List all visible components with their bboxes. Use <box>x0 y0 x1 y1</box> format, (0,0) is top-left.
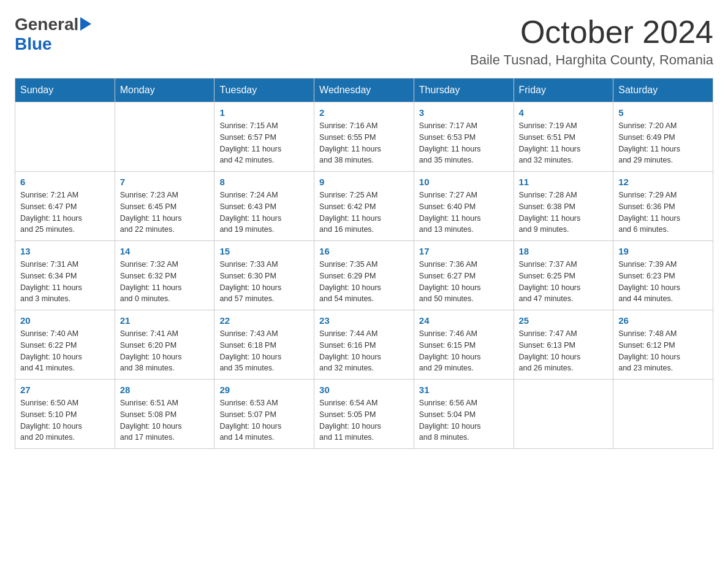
calendar-cell: 12Sunrise: 7:29 AM Sunset: 6:36 PM Dayli… <box>613 172 713 241</box>
calendar-cell <box>115 102 214 172</box>
day-info: Sunrise: 7:36 AM Sunset: 6:27 PM Dayligh… <box>419 259 509 305</box>
day-info: Sunrise: 7:17 AM Sunset: 6:53 PM Dayligh… <box>419 120 509 166</box>
page-header: General Blue October 2024 Baile Tusnad, … <box>15 15 713 68</box>
header-wednesday: Wednesday <box>314 79 414 102</box>
day-number: 5 <box>618 107 708 118</box>
calendar-cell: 9Sunrise: 7:25 AM Sunset: 6:42 PM Daylig… <box>314 172 414 241</box>
weekday-header-row: Sunday Monday Tuesday Wednesday Thursday… <box>15 79 713 102</box>
calendar-cell: 25Sunrise: 7:47 AM Sunset: 6:13 PM Dayli… <box>514 310 613 380</box>
day-info: Sunrise: 7:44 AM Sunset: 6:16 PM Dayligh… <box>319 328 409 374</box>
day-info: Sunrise: 7:24 AM Sunset: 6:43 PM Dayligh… <box>219 190 309 236</box>
day-info: Sunrise: 7:43 AM Sunset: 6:18 PM Dayligh… <box>219 328 309 374</box>
day-info: Sunrise: 7:25 AM Sunset: 6:42 PM Dayligh… <box>319 190 409 236</box>
day-number: 2 <box>319 107 409 118</box>
header-saturday: Saturday <box>613 79 713 102</box>
day-info: Sunrise: 6:54 AM Sunset: 5:05 PM Dayligh… <box>319 397 409 443</box>
calendar-cell <box>514 380 613 449</box>
day-info: Sunrise: 6:51 AM Sunset: 5:08 PM Dayligh… <box>120 397 210 443</box>
calendar-cell: 31Sunrise: 6:56 AM Sunset: 5:04 PM Dayli… <box>414 380 514 449</box>
day-info: Sunrise: 7:15 AM Sunset: 6:57 PM Dayligh… <box>219 120 309 166</box>
day-number: 9 <box>319 177 409 187</box>
title-area: October 2024 Baile Tusnad, Harghita Coun… <box>470 15 713 68</box>
day-info: Sunrise: 6:53 AM Sunset: 5:07 PM Dayligh… <box>219 397 309 443</box>
calendar-cell: 17Sunrise: 7:36 AM Sunset: 6:27 PM Dayli… <box>414 241 514 310</box>
calendar-cell: 15Sunrise: 7:33 AM Sunset: 6:30 PM Dayli… <box>214 241 314 310</box>
day-number: 20 <box>20 315 110 326</box>
calendar-cell: 29Sunrise: 6:53 AM Sunset: 5:07 PM Dayli… <box>214 380 314 449</box>
day-number: 24 <box>419 315 509 326</box>
calendar-cell: 2Sunrise: 7:16 AM Sunset: 6:55 PM Daylig… <box>314 102 414 172</box>
day-number: 25 <box>519 315 609 326</box>
calendar-cell: 6Sunrise: 7:21 AM Sunset: 6:47 PM Daylig… <box>15 172 115 241</box>
day-info: Sunrise: 7:19 AM Sunset: 6:51 PM Dayligh… <box>519 120 609 166</box>
day-info: Sunrise: 7:29 AM Sunset: 6:36 PM Dayligh… <box>618 190 708 236</box>
day-number: 6 <box>20 177 110 187</box>
header-monday: Monday <box>115 79 214 102</box>
day-number: 19 <box>618 246 708 256</box>
week-row-3: 13Sunrise: 7:31 AM Sunset: 6:34 PM Dayli… <box>15 241 713 310</box>
calendar-cell: 22Sunrise: 7:43 AM Sunset: 6:18 PM Dayli… <box>214 310 314 380</box>
location-subtitle: Baile Tusnad, Harghita County, Romania <box>470 52 713 68</box>
day-info: Sunrise: 7:39 AM Sunset: 6:23 PM Dayligh… <box>618 259 708 305</box>
month-year-title: October 2024 <box>470 15 713 50</box>
logo-general-text: General <box>15 15 78 34</box>
day-info: Sunrise: 7:16 AM Sunset: 6:55 PM Dayligh… <box>319 120 409 166</box>
week-row-2: 6Sunrise: 7:21 AM Sunset: 6:47 PM Daylig… <box>15 172 713 241</box>
calendar-cell: 20Sunrise: 7:40 AM Sunset: 6:22 PM Dayli… <box>15 310 115 380</box>
calendar-cell: 23Sunrise: 7:44 AM Sunset: 6:16 PM Dayli… <box>314 310 414 380</box>
logo: General Blue <box>15 15 91 54</box>
day-number: 4 <box>519 107 609 118</box>
day-number: 7 <box>120 177 210 187</box>
calendar-cell: 27Sunrise: 6:50 AM Sunset: 5:10 PM Dayli… <box>15 380 115 449</box>
calendar-cell: 10Sunrise: 7:27 AM Sunset: 6:40 PM Dayli… <box>414 172 514 241</box>
day-number: 30 <box>319 385 409 395</box>
day-number: 17 <box>419 246 509 256</box>
day-info: Sunrise: 7:33 AM Sunset: 6:30 PM Dayligh… <box>219 259 309 305</box>
day-info: Sunrise: 7:28 AM Sunset: 6:38 PM Dayligh… <box>519 190 609 236</box>
calendar-cell <box>15 102 115 172</box>
calendar-cell: 16Sunrise: 7:35 AM Sunset: 6:29 PM Dayli… <box>314 241 414 310</box>
calendar-cell: 14Sunrise: 7:32 AM Sunset: 6:32 PM Dayli… <box>115 241 214 310</box>
header-tuesday: Tuesday <box>214 79 314 102</box>
day-info: Sunrise: 7:41 AM Sunset: 6:20 PM Dayligh… <box>120 328 210 374</box>
calendar-cell: 24Sunrise: 7:46 AM Sunset: 6:15 PM Dayli… <box>414 310 514 380</box>
day-number: 14 <box>120 246 210 256</box>
calendar-table: Sunday Monday Tuesday Wednesday Thursday… <box>15 78 713 449</box>
day-info: Sunrise: 7:20 AM Sunset: 6:49 PM Dayligh… <box>618 120 708 166</box>
day-info: Sunrise: 7:31 AM Sunset: 6:34 PM Dayligh… <box>20 259 110 305</box>
day-info: Sunrise: 7:46 AM Sunset: 6:15 PM Dayligh… <box>419 328 509 374</box>
day-info: Sunrise: 7:23 AM Sunset: 6:45 PM Dayligh… <box>120 190 210 236</box>
header-friday: Friday <box>514 79 613 102</box>
week-row-1: 1Sunrise: 7:15 AM Sunset: 6:57 PM Daylig… <box>15 102 713 172</box>
day-number: 8 <box>219 177 309 187</box>
calendar-cell: 30Sunrise: 6:54 AM Sunset: 5:05 PM Dayli… <box>314 380 414 449</box>
calendar-cell: 7Sunrise: 7:23 AM Sunset: 6:45 PM Daylig… <box>115 172 214 241</box>
calendar-cell: 5Sunrise: 7:20 AM Sunset: 6:49 PM Daylig… <box>613 102 713 172</box>
day-info: Sunrise: 6:50 AM Sunset: 5:10 PM Dayligh… <box>20 397 110 443</box>
calendar-cell: 18Sunrise: 7:37 AM Sunset: 6:25 PM Dayli… <box>514 241 613 310</box>
day-info: Sunrise: 7:27 AM Sunset: 6:40 PM Dayligh… <box>419 190 509 236</box>
day-number: 23 <box>319 315 409 326</box>
calendar-cell: 28Sunrise: 6:51 AM Sunset: 5:08 PM Dayli… <box>115 380 214 449</box>
header-thursday: Thursday <box>414 79 514 102</box>
day-number: 31 <box>419 385 509 395</box>
day-number: 15 <box>219 246 309 256</box>
day-number: 21 <box>120 315 210 326</box>
day-info: Sunrise: 7:37 AM Sunset: 6:25 PM Dayligh… <box>519 259 609 305</box>
calendar-cell: 1Sunrise: 7:15 AM Sunset: 6:57 PM Daylig… <box>214 102 314 172</box>
day-info: Sunrise: 7:47 AM Sunset: 6:13 PM Dayligh… <box>519 328 609 374</box>
day-number: 1 <box>219 107 309 118</box>
day-number: 12 <box>618 177 708 187</box>
day-number: 28 <box>120 385 210 395</box>
day-number: 10 <box>419 177 509 187</box>
day-number: 29 <box>219 385 309 395</box>
calendar-cell: 4Sunrise: 7:19 AM Sunset: 6:51 PM Daylig… <box>514 102 613 172</box>
day-info: Sunrise: 7:35 AM Sunset: 6:29 PM Dayligh… <box>319 259 409 305</box>
calendar-cell: 13Sunrise: 7:31 AM Sunset: 6:34 PM Dayli… <box>15 241 115 310</box>
calendar-cell: 26Sunrise: 7:48 AM Sunset: 6:12 PM Dayli… <box>613 310 713 380</box>
day-number: 3 <box>419 107 509 118</box>
calendar-cell: 19Sunrise: 7:39 AM Sunset: 6:23 PM Dayli… <box>613 241 713 310</box>
day-number: 27 <box>20 385 110 395</box>
calendar-cell: 3Sunrise: 7:17 AM Sunset: 6:53 PM Daylig… <box>414 102 514 172</box>
logo-arrow-icon <box>80 17 91 33</box>
